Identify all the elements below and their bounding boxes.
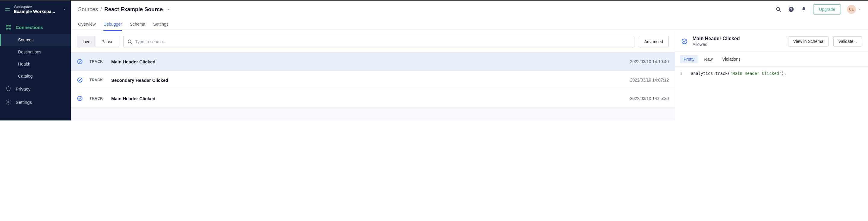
detail-tab-raw[interactable]: Raw: [701, 55, 716, 63]
event-type: TRACK: [90, 59, 104, 64]
nav-sub-destinations[interactable]: Destinations: [0, 46, 71, 58]
upgrade-button[interactable]: Upgrade: [813, 4, 841, 15]
event-name: Secondary Header Clicked: [111, 78, 624, 83]
user-menu[interactable]: CL: [847, 5, 861, 14]
event-row[interactable]: TRACK Main Header Clicked 2022/03/10 14:…: [71, 53, 675, 71]
search-icon[interactable]: [775, 6, 782, 13]
nav-sub-sources[interactable]: Sources: [0, 34, 71, 46]
svg-point-0: [9, 8, 10, 9]
svg-point-2: [6, 25, 7, 26]
source-dropdown-icon[interactable]: [167, 6, 170, 13]
chevron-down-icon: [858, 8, 861, 11]
help-icon[interactable]: ?: [788, 6, 795, 13]
breadcrumb: Sources / React Example Source: [78, 6, 772, 13]
nav-label: Connections: [16, 25, 43, 30]
detail-tab-violations[interactable]: Violations: [719, 55, 744, 63]
event-time: 2022/03/10 14:05:30: [630, 96, 669, 101]
advanced-button[interactable]: Advanced: [639, 36, 669, 47]
sidebar: Workspace Example Workspa... Connections…: [0, 1, 71, 120]
nav-connections[interactable]: Connections: [0, 21, 71, 34]
svg-point-5: [9, 28, 10, 29]
tab-settings[interactable]: Settings: [153, 18, 168, 31]
svg-point-3: [9, 25, 10, 26]
detail-status: Allowed: [692, 42, 783, 47]
avatar: CL: [847, 5, 856, 14]
event-time: 2022/03/10 14:10:40: [630, 59, 669, 64]
tab-overview[interactable]: Overview: [78, 18, 96, 31]
nav-settings[interactable]: Settings: [0, 95, 71, 109]
code-line: analytics.track('Main Header Clicked');: [691, 71, 786, 76]
search-icon: [127, 39, 133, 45]
nav-label: Settings: [16, 100, 32, 105]
svg-point-1: [5, 10, 6, 10]
code-view: 1 analytics.track('Main Header Clicked')…: [675, 67, 868, 80]
live-button[interactable]: Live: [77, 36, 96, 47]
check-circle-icon: [77, 59, 83, 64]
workspace-selector[interactable]: Workspace Example Workspa...: [0, 1, 71, 18]
gear-icon: [5, 99, 11, 105]
view-schema-button[interactable]: View in Schema: [788, 36, 829, 47]
chevron-down-icon: [63, 7, 66, 12]
event-list-pane: Live Pause Advanced TRACK Main Header Cl…: [71, 31, 675, 120]
check-circle-icon: [681, 38, 688, 45]
check-circle-icon: [77, 95, 83, 102]
shield-icon: [5, 86, 11, 92]
check-circle-icon: [77, 77, 83, 83]
search-field-wrap: [123, 36, 634, 47]
pause-button[interactable]: Pause: [96, 36, 119, 47]
detail-tab-pretty[interactable]: Pretty: [680, 55, 698, 63]
event-detail-pane: Main Header Clicked Allowed View in Sche…: [675, 31, 868, 120]
svg-point-4: [6, 28, 7, 29]
svg-point-6: [8, 102, 9, 103]
nav-label: Privacy: [16, 86, 30, 91]
code-line-number: 1: [680, 71, 682, 76]
event-row[interactable]: TRACK Main Header Clicked 2022/03/10 14:…: [71, 89, 675, 108]
svg-point-7: [777, 7, 780, 10]
event-name: Main Header Clicked: [111, 96, 624, 101]
breadcrumb-root[interactable]: Sources: [78, 6, 98, 13]
tab-schema[interactable]: Schema: [130, 18, 145, 31]
connections-icon: [5, 24, 11, 30]
workspace-label: Workspace: [14, 5, 60, 9]
nav-privacy[interactable]: Privacy: [0, 82, 71, 95]
detail-tabs: Pretty Raw Violations: [675, 52, 868, 67]
bell-icon[interactable]: [801, 6, 807, 13]
search-input[interactable]: [133, 36, 630, 47]
tab-debugger[interactable]: Debugger: [103, 18, 122, 31]
nav-sub-catalog[interactable]: Catalog: [0, 70, 71, 82]
event-row[interactable]: TRACK Secondary Header Clicked 2022/03/1…: [71, 71, 675, 89]
validate-button[interactable]: Validate...: [833, 36, 862, 47]
event-name: Main Header Clicked: [111, 59, 624, 64]
svg-text:?: ?: [790, 7, 792, 11]
breadcrumb-separator: /: [100, 6, 102, 13]
live-pause-toggle: Live Pause: [77, 36, 119, 47]
svg-point-10: [128, 40, 131, 43]
event-time: 2022/03/10 14:07:12: [630, 78, 669, 82]
event-type: TRACK: [90, 96, 104, 101]
detail-title: Main Header Clicked: [692, 36, 783, 42]
breadcrumb-current: React Example Source: [104, 6, 163, 13]
source-tabs: Overview Debugger Schema Settings: [71, 18, 868, 31]
event-type: TRACK: [90, 78, 104, 82]
nav-sub-health[interactable]: Health: [0, 58, 71, 70]
segment-logo-icon: [4, 6, 11, 13]
topbar: Sources / React Example Source ? Upgrade: [71, 1, 868, 18]
workspace-name: Example Workspa...: [14, 9, 60, 14]
